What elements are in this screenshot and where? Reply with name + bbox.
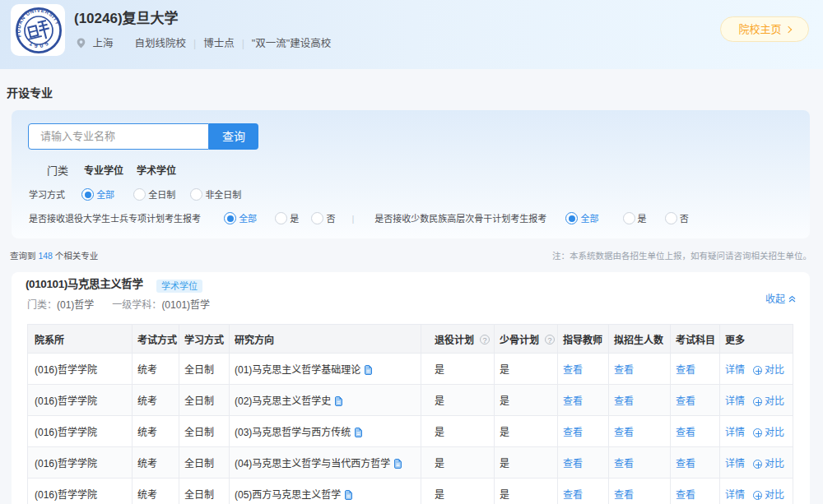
svg-text:1905: 1905: [28, 39, 52, 50]
